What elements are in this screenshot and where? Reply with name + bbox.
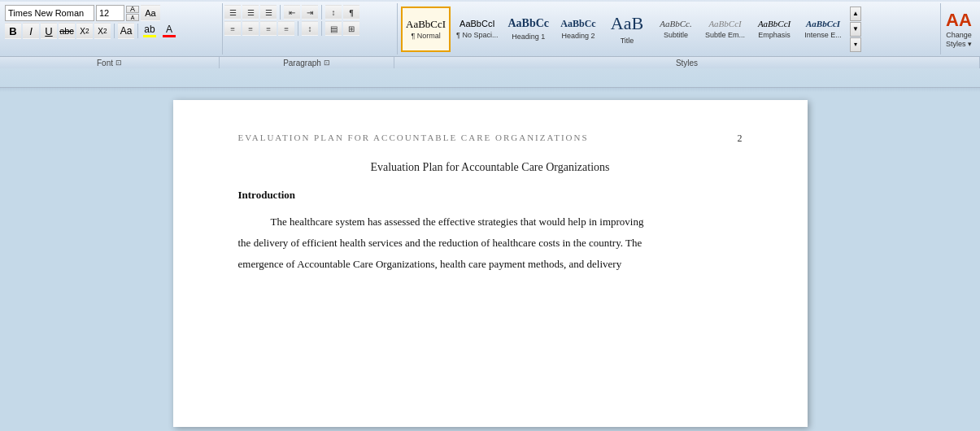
paragraph-section: ☰ ☰ ☰ ⇤ ⇥ ↕ ¶ ≡ ≡ ≡ ≡ ↕ ▤ ⊞ — [223, 3, 398, 54]
style-intense-preview: AaBbCcI — [806, 19, 840, 29]
para-bottom-row: ≡ ≡ ≡ ≡ ↕ ▤ ⊞ — [224, 21, 395, 36]
document-page: EVALUATION PLAN FOR ACCOUNTABLE CARE ORG… — [173, 100, 808, 427]
style-subtle-em-preview: AaBbCcI — [708, 19, 741, 29]
align-right-button[interactable]: ≡ — [260, 21, 277, 36]
style-no-space[interactable]: AaBbCcI ¶ No Spaci... — [452, 7, 502, 52]
paragraph-3[interactable]: emergence of Accountable Care Organizati… — [238, 254, 743, 275]
style-emphasis-label: Emphasis — [758, 31, 791, 39]
style-heading1[interactable]: AaBbCc Heading 1 — [503, 7, 553, 52]
paragraph-section-label: Paragraph ⊡ — [220, 57, 394, 68]
font-format-row: B I U abc X2 X2 Aa ab A — [5, 23, 220, 39]
styles-gallery: AaBbCcI ¶ Normal AaBbCcI ¶ No Spaci... A… — [401, 5, 937, 53]
subscript-button[interactable]: X2 — [76, 23, 93, 39]
style-emphasis-preview: AaBbCcI — [758, 19, 791, 29]
bullets-button[interactable]: ☰ — [224, 5, 241, 20]
strikethrough-button[interactable]: abc — [59, 23, 75, 39]
style-normal[interactable]: AaBbCcI ¶ Normal — [401, 7, 451, 52]
document-title[interactable]: Evaluation Plan for Accountable Care Org… — [238, 161, 743, 174]
font-name-input[interactable]: Times New Roman — [5, 5, 94, 21]
clear-format-btn[interactable]: Aa — [141, 5, 160, 21]
superscript-button[interactable]: X2 — [94, 23, 111, 39]
styles-scroll-down[interactable]: ▼ — [850, 22, 861, 37]
styles-section-label: Styles — [394, 57, 980, 68]
para-divider4 — [321, 21, 322, 36]
style-emphasis[interactable]: AaBbCcI Emphasis — [751, 7, 798, 52]
style-nospace-preview: AaBbCcI — [460, 19, 494, 29]
style-normal-label: ¶ Normal — [411, 32, 440, 40]
paragraph-2[interactable]: the delivery of efficient health service… — [238, 233, 743, 254]
styles-scroll-more[interactable]: ▾ — [850, 37, 861, 52]
align-left-button[interactable]: ≡ — [224, 21, 241, 36]
ribbon-section-labels: Font ⊡ Paragraph ⊡ Styles — [0, 57, 980, 68]
font-grow-btn[interactable]: A — [126, 6, 139, 13]
highlight-color-bar — [143, 35, 156, 37]
font-size-buttons: A A — [126, 6, 139, 21]
justify-button[interactable]: ≡ — [278, 21, 294, 36]
ribbon-toolbar: Times New Roman 12 A A Aa B I U abc X2 X… — [0, 2, 980, 57]
style-subtitle-label: Subtitle — [664, 31, 688, 39]
style-title[interactable]: AaB Title — [603, 7, 651, 52]
font-color-button[interactable]: A — [161, 24, 177, 37]
style-subtle-em-label: Subtle Em... — [705, 31, 745, 39]
styles-scroll-up[interactable]: ▲ — [850, 7, 861, 21]
style-h1-preview: AaBbCc — [507, 17, 549, 31]
sort-button[interactable]: ↕ — [325, 5, 342, 20]
ribbon: Times New Roman 12 A A Aa B I U abc X2 X… — [0, 0, 980, 88]
running-head: EVALUATION PLAN FOR ACCOUNTABLE CARE ORG… — [238, 133, 589, 142]
font-size-input[interactable]: 12 — [96, 5, 124, 21]
font-expand-icon[interactable]: ⊡ — [115, 59, 122, 67]
numbering-button[interactable]: ☰ — [242, 5, 259, 20]
style-h2-preview: AaBbCc — [560, 18, 595, 29]
section-heading-introduction: Introduction — [238, 189, 743, 202]
font-color-bar — [163, 35, 176, 37]
increase-indent-button[interactable]: ⇥ — [302, 5, 318, 20]
align-center-button[interactable]: ≡ — [242, 21, 259, 36]
change-styles-icon: AA — [946, 10, 972, 31]
page-number: 2 — [738, 133, 743, 145]
style-h2-label: Heading 2 — [562, 32, 595, 40]
style-title-preview: AaB — [611, 13, 643, 34]
style-h1-label: Heading 1 — [512, 33, 545, 41]
italic-button[interactable]: I — [23, 23, 39, 39]
bold-button[interactable]: B — [5, 23, 21, 39]
style-intense-label: Intense E... — [804, 31, 842, 39]
shading-button[interactable]: ▤ — [325, 21, 342, 36]
para-divider3 — [298, 21, 298, 36]
highlight-button[interactable]: ab — [142, 24, 158, 37]
style-subtitle[interactable]: AaBbCc. Subtitle — [652, 7, 699, 52]
change-styles-label: ChangeStyles ▾ — [946, 31, 972, 49]
font-section-label: Font ⊡ — [0, 57, 220, 68]
line-spacing-button[interactable]: ↕ — [302, 21, 318, 36]
paragraph-expand-icon[interactable]: ⊡ — [324, 59, 330, 67]
font-shrink-btn[interactable]: A — [126, 14, 139, 21]
style-heading2[interactable]: AaBbCc Heading 2 — [555, 7, 602, 52]
font-divider2 — [137, 24, 138, 38]
style-normal-preview: AaBbCcI — [406, 18, 446, 31]
underline-button[interactable]: U — [41, 23, 57, 39]
borders-button[interactable]: ⊞ — [343, 21, 359, 36]
font-section: Times New Roman 12 A A Aa B I U abc X2 X… — [3, 3, 223, 54]
decrease-indent-button[interactable]: ⇤ — [284, 5, 300, 20]
style-subtitle-preview: AaBbCc. — [660, 19, 691, 29]
style-nospace-label: ¶ No Spaci... — [456, 31, 498, 39]
multilevel-button[interactable]: ☰ — [260, 5, 277, 20]
para-divider2 — [321, 5, 322, 20]
style-intense-emphasis[interactable]: AaBbCcI Intense E... — [799, 7, 847, 52]
change-styles-button[interactable]: AA ChangeStyles ▾ — [941, 3, 977, 54]
para-divider1 — [280, 5, 281, 20]
style-subtle-emphasis[interactable]: AaBbCcI Subtle Em... — [701, 7, 749, 52]
styles-section: AaBbCcI ¶ Normal AaBbCcI ¶ No Spaci... A… — [398, 3, 941, 54]
paragraph-1[interactable]: The healthcare system has assessed the e… — [238, 211, 743, 233]
document-area: EVALUATION PLAN FOR ACCOUNTABLE CARE ORG… — [0, 92, 980, 431]
para-top-row: ☰ ☰ ☰ ⇤ ⇥ ↕ ¶ — [224, 5, 395, 20]
font-top-controls: Times New Roman 12 A A Aa — [5, 5, 220, 21]
style-title-label: Title — [621, 37, 634, 45]
textcase-button[interactable]: Aa — [118, 23, 134, 39]
font-divider — [114, 24, 115, 38]
styles-scroll: ▲ ▼ ▾ — [850, 7, 861, 52]
page-header: EVALUATION PLAN FOR ACCOUNTABLE CARE ORG… — [238, 133, 743, 145]
show-marks-button[interactable]: ¶ — [343, 5, 359, 20]
